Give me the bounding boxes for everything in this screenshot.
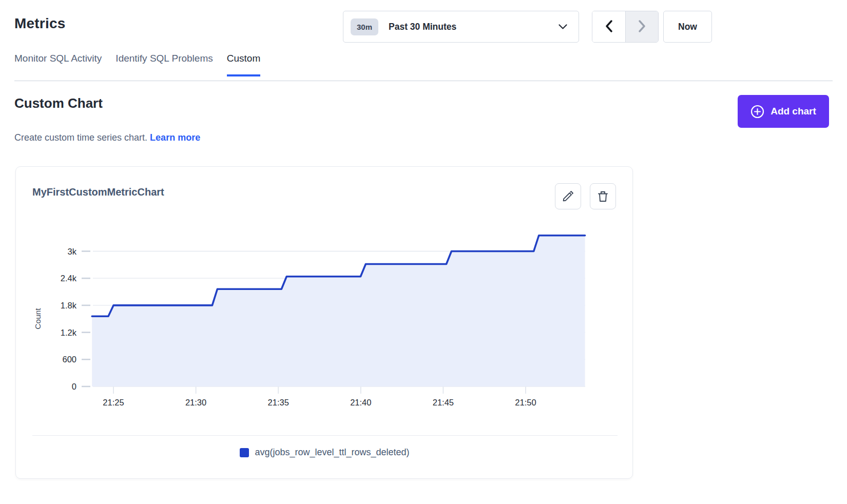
learn-more-link[interactable]: Learn more [150,132,200,143]
section-subtitle: Create custom time series chart. Learn m… [14,132,200,143]
time-pager [592,11,659,43]
svg-text:Count: Count [33,308,42,329]
svg-text:21:25: 21:25 [103,398,124,407]
prev-time-button[interactable] [592,11,625,42]
chevron-right-icon [638,20,646,34]
svg-text:21:30: 21:30 [185,398,206,407]
time-range-badge: 30m [351,18,378,35]
chart-title: MyFirstCustomMetricChart [32,186,164,198]
svg-text:2.4k: 2.4k [61,274,77,283]
svg-text:600: 600 [62,355,76,364]
svg-text:21:40: 21:40 [350,398,371,407]
svg-text:21:45: 21:45 [433,398,454,407]
plus-circle-icon [750,105,764,119]
svg-text:21:35: 21:35 [268,398,289,407]
add-chart-button[interactable]: Add chart [738,95,829,128]
timeseries-plot[interactable]: 06001.2k1.8k2.4k3kCount21:2521:3021:3521… [16,218,633,423]
svg-text:1.2k: 1.2k [61,328,77,337]
time-range-label: Past 30 Minutes [389,22,456,32]
tab-identify-sql-problems[interactable]: Identify SQL Problems [116,53,213,76]
pencil-icon [562,190,574,202]
metrics-tabs: Monitor SQL Activity Identify SQL Proble… [14,53,260,76]
chevron-left-icon [605,20,613,34]
add-chart-label: Add chart [771,106,816,117]
chart-legend: avg(jobs_row_level_ttl_rows_deleted) [16,447,633,458]
section-title: Custom Chart [14,95,103,111]
chevron-down-icon [559,24,567,30]
chart-card: MyFirstCustomMetricChart 06001.2k1.8k2.4… [15,166,633,479]
next-time-button[interactable] [625,11,658,42]
edit-chart-button[interactable] [555,183,581,209]
svg-text:3k: 3k [68,247,77,256]
legend-label: avg(jobs_row_level_ttl_rows_deleted) [255,447,409,458]
section-subtitle-text: Create custom time series chart. [14,132,147,143]
now-button[interactable]: Now [663,11,712,43]
svg-text:21:50: 21:50 [515,398,536,407]
page-title: Metrics [14,15,65,32]
tabs-divider [14,81,833,81]
svg-text:0: 0 [72,382,76,391]
tab-custom[interactable]: Custom [227,53,260,76]
delete-chart-button[interactable] [590,183,616,209]
svg-text:1.8k: 1.8k [61,301,77,310]
legend-divider [32,435,618,436]
legend-swatch [240,448,249,457]
time-range-dropdown[interactable]: 30m Past 30 Minutes [343,11,579,43]
tab-monitor-sql-activity[interactable]: Monitor SQL Activity [14,53,102,76]
trash-icon [597,190,609,202]
